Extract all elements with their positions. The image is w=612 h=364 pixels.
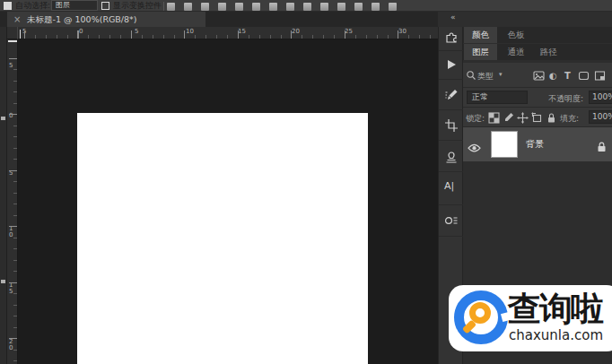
blend-mode-dropdown[interactable]: 正常 [467,91,528,104]
edge-mark [1,117,5,120]
ruler-number: 25 [345,28,353,35]
layer-visibility-eye-icon[interactable] [468,139,481,149]
ruler-number: 5 [9,63,13,69]
tab-channels[interactable]: 通道 [501,44,531,60]
search-icon [466,70,477,82]
ruler-number: 5 [9,170,13,177]
layer-row[interactable]: 背景 [463,127,612,161]
lock-artboard-icon[interactable] [531,112,543,124]
align-icon[interactable] [372,3,380,11]
crop-icon [444,118,459,133]
lock-row: 锁定: 填充: 100% [463,108,612,127]
watermark-brand-text: 查询啦 [508,287,602,332]
layer-name: 背景 [526,138,544,151]
align-icon[interactable] [354,3,363,11]
align-icon[interactable] [269,3,277,11]
lock-all-icon[interactable] [546,112,557,124]
photoshop-window: 自动选择: 图层 显示变换控件 × 未标题-1 @ 100%(RGB/8*) «… [0,0,612,364]
blend-mode-row: 正常 不透明度: 100% [463,88,612,108]
opacity-value[interactable]: 100% [589,91,612,104]
paragraph-panel-icon [444,213,459,228]
options-separator [163,2,164,11]
align-icon[interactable] [235,3,243,11]
filter-type-layers-icon[interactable]: T [564,70,571,82]
tab-swatches[interactable]: 色板 [501,27,531,43]
play-icon [444,57,459,72]
filter-shape-layers-icon[interactable] [578,70,590,82]
vertical-ruler[interactable]: 5051 01 52 0 [7,39,18,364]
ruler-number: 30 [398,28,407,35]
document-tab-title: 未标题-1 @ 100%(RGB/8*) [27,12,137,27]
panel-dock-header: « [438,12,612,27]
brush-icon [444,88,459,102]
ruler-number: 5 [22,28,26,35]
brush-settings-panel-button[interactable] [444,88,459,102]
ruler-number: 10 [186,28,194,35]
align-icon[interactable] [184,3,192,11]
collapse-panels-icon[interactable]: « [450,13,455,22]
ruler-position-marker [20,30,21,39]
fill-label: 填充: [560,113,579,125]
extensions-panel-button[interactable] [444,30,459,44]
tab-color[interactable]: 颜色 [464,27,497,43]
character-panel-button[interactable]: A| [444,181,459,195]
clone-stamp-icon [444,150,459,164]
left-edge-strip [0,27,7,364]
auto-select-label: 自动选择: [15,1,50,11]
options-align-icons [167,0,427,12]
watermark: 查询啦 chaxunla.com [449,285,612,351]
align-icon[interactable] [218,3,226,11]
chaxunla-logo [454,290,508,344]
canvas-viewport[interactable] [18,39,438,364]
clone-source-panel-button[interactable] [444,150,459,164]
ruler-number: 2 0 [9,339,13,351]
ruler-number: 5 [135,28,138,35]
horizontal-ruler[interactable]: 5051015202530 [18,27,438,39]
auto-select-checkbox[interactable] [4,2,12,10]
ruler-number: 0 [9,113,13,119]
close-tab-icon[interactable]: × [13,12,21,27]
show-transform-checkbox[interactable] [101,2,109,10]
crop-panel-button[interactable] [444,118,459,133]
actions-panel-button[interactable] [444,57,459,72]
ruler-number: 15 [238,28,246,35]
document-tab-bar: × 未标题-1 @ 100%(RGB/8*) [0,12,438,27]
layer-thumbnail[interactable] [491,131,518,158]
align-icon[interactable] [201,3,209,11]
layers-panel-tabs: 图层 通道 路径 [463,44,612,60]
align-icon[interactable] [167,3,175,11]
auto-select-dropdown[interactable]: 图层 [51,0,98,11]
color-panel-tabs: 颜色 色板 [463,27,612,43]
puzzle-icon [444,30,459,44]
ruler-number: 1 5 [9,282,13,294]
chevron-down-icon: ▾ [499,71,503,78]
align-icon[interactable] [286,3,294,11]
lock-transparent-pixels-icon[interactable] [488,112,500,124]
background-lock-icon[interactable] [597,139,607,150]
align-icon[interactable] [252,3,260,11]
lock-position-icon[interactable] [517,112,529,124]
document-tab[interactable]: × 未标题-1 @ 100%(RGB/8*) [7,12,205,27]
filter-pixel-layers-icon[interactable] [533,70,545,82]
paragraph-panel-button[interactable] [444,213,459,228]
options-bar: 自动选择: 图层 显示变换控件 [0,0,612,12]
lock-label: 锁定: [466,113,485,125]
watermark-domain-text: chaxunla.com [509,327,603,343]
ruler-number: 1 0 [9,226,13,238]
opacity-label: 不透明度: [548,93,583,105]
document-canvas[interactable] [77,113,368,364]
ruler-corner[interactable] [7,27,18,39]
align-icon[interactable] [320,3,328,11]
tab-layers[interactable]: 图层 [464,44,497,60]
align-icon[interactable] [303,3,311,11]
ruler-number: 20 [292,28,300,35]
fill-value[interactable]: 100% [589,110,612,124]
tab-paths[interactable]: 路径 [533,44,564,60]
align-icon[interactable] [389,3,397,11]
align-icon[interactable] [337,3,345,11]
filter-adjustment-layers-icon[interactable]: ◐ [549,70,557,82]
lock-image-pixels-icon[interactable] [503,112,514,124]
character-panel-icon: A| [444,179,460,194]
filter-type-dropdown[interactable]: 类型 [477,71,494,82]
filter-smart-object-icon[interactable] [594,70,606,82]
